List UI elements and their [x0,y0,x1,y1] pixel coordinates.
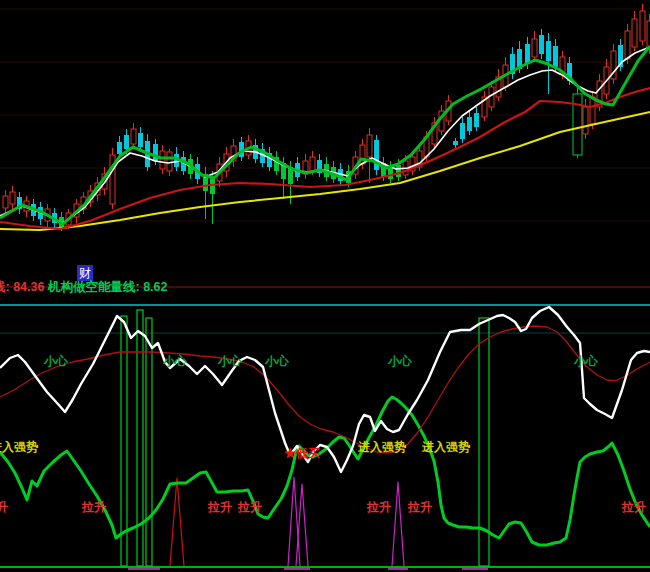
candle-body-hollow [640,11,645,41]
candle-body-solid [546,41,551,61]
candle-body-hollow [310,157,315,171]
chart-canvas [0,0,650,572]
candle-body-solid [525,44,530,64]
candle-body-solid [460,123,465,139]
candle-body-hollow [167,152,172,171]
candle-body-hollow [367,135,372,157]
candle-body-hollow [583,107,588,134]
candle-body-solid [138,133,143,147]
candle-body-hollow [625,31,630,59]
candle-body-solid [388,167,393,179]
candle-body-hollow [590,97,595,124]
candle-body-solid [553,46,558,67]
candle-body-solid [539,35,544,54]
candle-body-solid [396,165,401,177]
candle-body-solid [153,144,158,161]
candle-body-hollow [3,196,8,208]
candle-body-solid [467,117,472,131]
candle-body-solid [474,113,479,127]
stock-app-screen: 财 线: 84.36 机构做空能量线: 8.62 小心小心小心小心小心小心进入强… [0,0,650,572]
candle-body-solid [124,135,129,149]
candle-body-hollow [532,39,537,57]
candle-body-hollow [632,19,637,47]
candle-body-hollow [160,151,165,169]
chart-background [0,0,650,572]
candle-body-hollow [10,192,15,204]
candle-body-solid [117,142,122,154]
candle-body-hollow [131,129,136,144]
candle-body-solid [453,141,458,145]
